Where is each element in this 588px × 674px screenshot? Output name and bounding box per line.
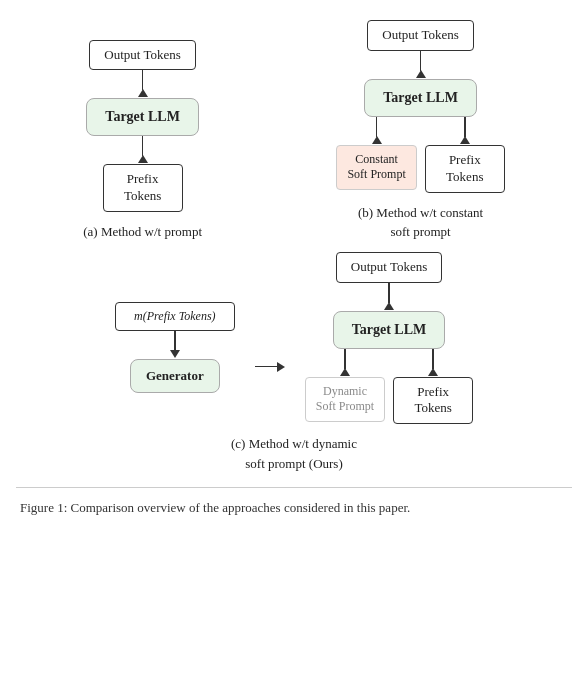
diagram-b-wrapper: Output Tokens Target LLM ConstantSoft Pr…	[336, 20, 504, 193]
figure-caption: Figure 1: Comparison overview of the app…	[16, 498, 572, 518]
diagram-b-prefix-col: PrefixTokens	[425, 117, 505, 193]
top-diagrams-row: Output Tokens Target LLM PrefixTokens (a…	[16, 20, 572, 242]
diagram-c-inner: m(Prefix Tokens) Generator Output Tokens…	[115, 252, 473, 425]
diagram-c-m-prefix: m(Prefix Tokens)	[115, 302, 235, 332]
diagram-b-arrow-top	[416, 51, 426, 79]
diagram-c-arrow-right	[255, 362, 285, 372]
diagram-b-target-llm: Target LLM	[364, 79, 477, 117]
diagram-a-arrow-2	[138, 136, 148, 164]
diagram-c-arrow-top	[384, 283, 394, 311]
diagram-c-arrow-prefix	[428, 349, 438, 377]
diagram-c-arrow-dyn	[340, 349, 350, 377]
diagram-a: Output Tokens Target LLM PrefixTokens (a…	[83, 40, 202, 242]
diagram-a-output-tokens: Output Tokens	[89, 40, 196, 71]
diagram-b-arrow-prefix	[460, 117, 470, 145]
diagram-c-generator: Generator	[130, 359, 220, 393]
diagram-c-inputs-row: DynamicSoft Prompt PrefixTokens	[305, 349, 473, 425]
diagram-a-target-llm: Target LLM	[86, 98, 199, 136]
diagram-c-arrow-right-wrapper	[255, 362, 285, 372]
diagram-b-caption: (b) Method w/t constantsoft prompt	[358, 203, 483, 242]
diagram-b: Output Tokens Target LLM ConstantSoft Pr…	[336, 20, 504, 242]
diagram-c-left: m(Prefix Tokens) Generator	[115, 302, 235, 394]
diagram-c-output-tokens: Output Tokens	[336, 252, 443, 283]
diagram-c-prefix-tokens: PrefixTokens	[393, 377, 473, 425]
diagram-c-wrapper: m(Prefix Tokens) Generator Output Tokens…	[16, 252, 572, 474]
diagram-c-arrow-down-gen	[170, 331, 180, 359]
diagram-c-target-llm: Target LLM	[333, 311, 446, 349]
diagram-c-caption: (c) Method w/t dynamicsoft prompt (Ours)	[231, 434, 357, 473]
diagram-c-dyn-col: DynamicSoft Prompt	[305, 349, 385, 425]
diagram-b-constant-soft-prompt: ConstantSoft Prompt	[336, 145, 416, 190]
diagram-b-prefix-tokens: PrefixTokens	[425, 145, 505, 193]
diagram-c-right: Output Tokens Target LLM DynamicSoft Pro…	[305, 252, 473, 425]
diagram-b-soft-col: ConstantSoft Prompt	[336, 117, 416, 193]
diagram-c-dynamic-soft-prompt: DynamicSoft Prompt	[305, 377, 385, 422]
diagram-b-arrow-soft	[372, 117, 382, 145]
divider	[16, 487, 572, 488]
diagram-a-caption: (a) Method w/t prompt	[83, 222, 202, 242]
diagram-b-output-tokens: Output Tokens	[367, 20, 474, 51]
diagram-c-prefix-col: PrefixTokens	[393, 349, 473, 425]
diagram-a-arrow-1	[138, 70, 148, 98]
diagram-a-prefix-tokens: PrefixTokens	[103, 164, 183, 212]
